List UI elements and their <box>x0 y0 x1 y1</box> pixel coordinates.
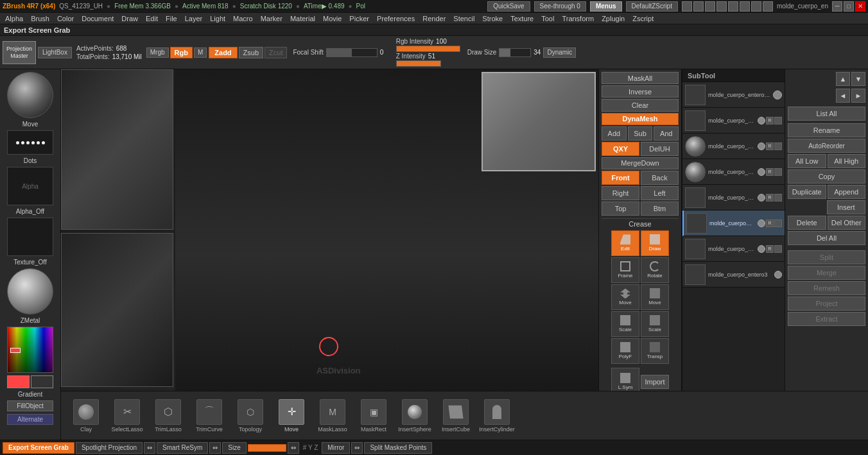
polyf-icon-btn[interactable]: PolyF <box>611 338 639 364</box>
seethrough-button[interactable]: See-through 0 <box>534 1 586 12</box>
import-button[interactable]: Import <box>641 375 669 389</box>
menu-stencil[interactable]: Stencil <box>449 13 478 24</box>
add-button[interactable]: Add <box>602 126 627 141</box>
subtool-item-0[interactable]: molde_cuerpo_entero1_11 <box>682 82 785 108</box>
tool-move[interactable]: ✛ Move <box>272 399 311 433</box>
export-grab-status[interactable]: Export Screen Grab <box>3 442 74 454</box>
menu-marker[interactable]: Marker <box>257 13 286 24</box>
subtool-item-7[interactable]: molde_cuerpo_entero3 <box>682 262 785 288</box>
default-script-button[interactable]: DefaultZScript <box>626 1 678 12</box>
menu-light[interactable]: Light <box>206 13 229 24</box>
menu-macro[interactable]: Macro <box>229 13 257 24</box>
arrow-up-button[interactable]: ▲ <box>836 72 850 86</box>
rgb-intensity-slider[interactable] <box>396 46 460 52</box>
subtool-item-6[interactable]: molde_cuerpo_entero18_05 R <box>682 236 785 262</box>
fg-color[interactable] <box>7 375 30 388</box>
qxyz-button[interactable]: QXY <box>602 142 639 156</box>
merge-button[interactable]: Merge <box>788 266 865 280</box>
close-btn[interactable]: ✕ <box>855 1 865 12</box>
top-button[interactable]: Top <box>602 202 639 216</box>
front-button[interactable]: Front <box>602 171 639 185</box>
quicksave-button[interactable]: QuickSave <box>487 1 530 12</box>
eye-4[interactable] <box>758 194 765 202</box>
menu-render[interactable]: Render <box>419 13 449 24</box>
mirror-btn[interactable]: Mirror <box>322 442 350 454</box>
tool-clay[interactable]: Clay <box>66 399 106 433</box>
menu-alpha[interactable]: Alpha <box>1 13 27 24</box>
tool-select-lasso[interactable]: ✂ SelectLasso <box>107 399 147 433</box>
menu-edit[interactable]: Edit <box>142 13 162 24</box>
del-all-button[interactable]: Del All <box>788 231 865 245</box>
tool-mask-lasso[interactable]: M MaskLasso <box>313 399 352 433</box>
eye-7[interactable] <box>774 271 782 279</box>
spotlight-btn[interactable]: Spotlight Projection <box>76 442 143 454</box>
subtool-eye-1[interactable] <box>758 117 765 124</box>
alpha-preview[interactable]: Alpha <box>7 167 53 205</box>
m-button[interactable]: M <box>194 47 207 58</box>
tool-insert-cube[interactable]: InsertCube <box>436 399 476 433</box>
menus-button[interactable]: Menus <box>590 1 622 12</box>
menu-movie[interactable]: Movie <box>319 13 345 24</box>
fill-object-button[interactable]: FillObject <box>7 400 53 411</box>
arrow-right-button[interactable]: ► <box>851 89 865 103</box>
tool-insert-cylinder[interactable]: InsertCylinder <box>477 399 517 433</box>
eye-6[interactable] <box>758 245 765 253</box>
rename-button[interactable]: Rename <box>788 123 865 137</box>
menu-transform[interactable]: Transform <box>558 13 598 24</box>
eye-3[interactable] <box>758 168 765 176</box>
delete-button[interactable]: Delete <box>788 216 826 230</box>
transp-icon-btn[interactable]: Transp <box>641 338 669 364</box>
back-button[interactable]: Back <box>641 171 679 185</box>
zcut-button[interactable]: Zcut <box>265 47 287 58</box>
subtool-item-4[interactable]: molde_cuerpo_entero18_06 R <box>682 185 785 210</box>
menu-texture[interactable]: Texture <box>507 13 537 24</box>
tool-trim-lasso[interactable]: ⬡ TrimLasso <box>148 399 188 433</box>
tool-insert-sphere[interactable]: InsertSphere <box>395 399 435 433</box>
menu-color[interactable]: Color <box>53 13 78 24</box>
expand-icon3[interactable]: ⇔ <box>288 442 299 454</box>
subtool-icon1-1[interactable]: R <box>766 117 774 124</box>
menu-zplugin[interactable]: Zplugin <box>598 13 629 24</box>
menu-draw[interactable]: Draw <box>117 13 142 24</box>
expand-icon2[interactable]: ⇔ <box>209 442 221 454</box>
eye-5[interactable] <box>758 219 765 227</box>
size-btn[interactable]: Size <box>222 442 246 454</box>
zsub-button[interactable]: Zsub <box>239 47 263 58</box>
menu-document[interactable]: Document <box>78 13 117 24</box>
tool-mask-rect[interactable]: ▣ MaskRect <box>354 399 394 433</box>
menu-picker[interactable]: Picker <box>345 13 373 24</box>
split-masked-btn[interactable]: Split Masked Points <box>364 442 432 454</box>
deluh-button[interactable]: DelUH <box>641 142 679 156</box>
mrgb-button[interactable]: Mrgb <box>146 47 169 58</box>
arrow-left-button[interactable]: ◄ <box>836 89 850 103</box>
project-button[interactable]: Project <box>788 296 865 311</box>
draw-size-slider[interactable] <box>499 48 531 57</box>
projection-master-button[interactable]: Projection Master <box>3 41 36 64</box>
menu-tool[interactable]: Tool <box>537 13 558 24</box>
rotate-icon-btn[interactable]: Rotate <box>641 257 669 283</box>
subtool-item-2[interactable]: molde_cuerpo_entero18_09 R <box>682 133 785 159</box>
append-button[interactable]: Append <box>828 185 866 199</box>
and-button[interactable]: And <box>654 126 679 141</box>
bg-color[interactable] <box>31 375 53 388</box>
maskall-button[interactable]: MaskAll <box>602 72 679 84</box>
move-icon-btn[interactable]: Move <box>611 284 639 310</box>
dynamesh-button[interactable]: DynaMesh <box>602 113 679 125</box>
tool-trim-curve[interactable]: ⌒ TrimCurve <box>189 399 229 433</box>
menu-material[interactable]: Material <box>286 13 319 24</box>
move2-icon-btn[interactable]: Move <box>641 284 669 310</box>
split-button[interactable]: Split <box>788 250 865 264</box>
menu-zscript[interactable]: Zscript <box>629 13 657 24</box>
extract-button[interactable]: Extract <box>788 312 865 326</box>
subtool-item-5[interactable]: molde_cuerpo_entero18_06b R <box>682 210 785 236</box>
insert-button[interactable]: Insert <box>827 200 866 214</box>
clear-button[interactable]: Clear <box>602 99 679 111</box>
autoreorder-button[interactable]: AutoReorder <box>788 139 865 153</box>
subtool-item-1[interactable]: molde_cuerpo_entero18_11 R <box>682 108 785 133</box>
edit-icon-btn[interactable]: Edit <box>611 230 639 256</box>
scale-icon-btn[interactable]: Scale <box>611 311 639 337</box>
size-slider[interactable] <box>248 444 286 452</box>
focal-shift-slider[interactable] <box>326 48 378 57</box>
all-high-button[interactable]: All High <box>828 154 866 168</box>
duplicate-button[interactable]: Duplicate <box>788 185 826 199</box>
